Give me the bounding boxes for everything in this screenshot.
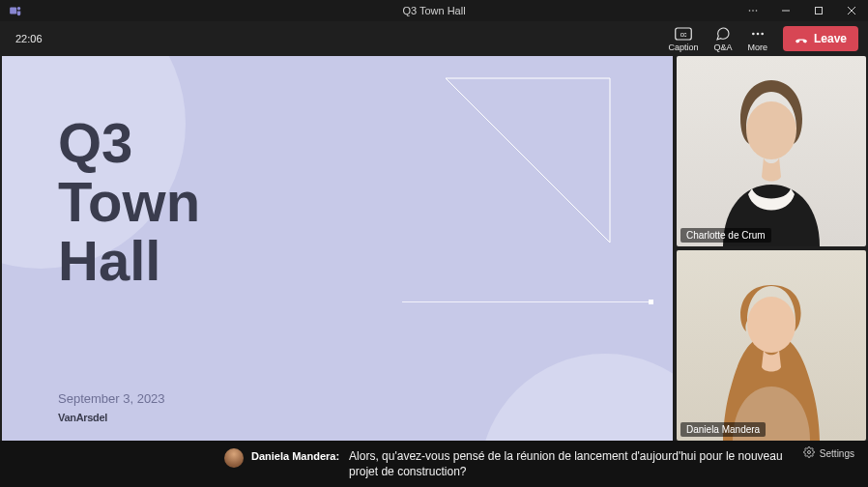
participant-name: Charlotte de Crum (680, 228, 771, 243)
svg-point-9 (756, 32, 759, 35)
slide-decor-square (649, 300, 653, 304)
qna-label: Q&A (713, 43, 732, 52)
participant-video-column: Charlotte de Crum Daniela Mandera (677, 56, 866, 441)
svg-point-1 (17, 7, 21, 10)
svg-rect-5 (816, 8, 823, 14)
slide-decor-triangle (441, 73, 615, 247)
minimize-icon[interactable] (769, 0, 802, 21)
participant-tile[interactable]: Daniela Mandera (677, 250, 866, 441)
window-controls (737, 0, 868, 21)
svg-point-3 (752, 10, 754, 12)
svg-point-11 (746, 101, 796, 159)
qna-button[interactable]: Q&A (713, 26, 732, 52)
close-icon[interactable] (835, 0, 868, 21)
slide-brand: VanArsdel (58, 412, 107, 423)
caption-speaker-avatar (224, 448, 244, 468)
chat-icon (715, 26, 731, 42)
hangup-icon (795, 32, 808, 45)
svg-point-8 (752, 32, 755, 35)
teams-app-icon (6, 1, 25, 20)
caption-text: Alors, qu'avez-vous pensé de la réunion … (349, 448, 813, 479)
avatar (689, 257, 854, 441)
meeting-toolbar: 22:06 cc Caption Q&A More Leave (0, 21, 868, 56)
shared-slide[interactable]: Q3 Town Hall September 3, 2023 VanArsdel (2, 56, 673, 441)
leave-button[interactable]: Leave (783, 26, 858, 51)
svg-point-2 (749, 10, 751, 12)
participant-name: Daniela Mandera (680, 422, 766, 437)
gear-icon (803, 446, 815, 460)
leave-label: Leave (814, 32, 847, 45)
titlebar: Q3 Town Hall (0, 0, 868, 21)
app-window: Q3 Town Hall 22:06 cc Caption Q&A (0, 0, 868, 487)
slide-heading: Q3 Town Hall (58, 114, 200, 291)
avatar (694, 72, 849, 246)
slide-decor-line (402, 301, 653, 302)
svg-point-12 (747, 297, 796, 353)
caption-button[interactable]: cc Caption (668, 26, 698, 52)
meeting-timer: 22:06 (15, 33, 43, 44)
maximize-icon[interactable] (802, 0, 835, 21)
svg-text:cc: cc (680, 31, 687, 38)
live-caption-bar: Daniela Mandera: Alors, qu'avez-vous pen… (0, 441, 868, 487)
caption-label: Caption (668, 43, 698, 52)
svg-point-10 (761, 32, 764, 35)
caption-icon: cc (675, 26, 692, 42)
more-icon (750, 26, 766, 42)
participant-tile[interactable]: Charlotte de Crum (677, 56, 866, 246)
caption-speaker-name: Daniela Mandera: (251, 450, 339, 462)
slide-decor-circle-small (479, 354, 673, 441)
svg-rect-0 (10, 8, 16, 14)
caption-settings-label: Settings (820, 448, 854, 459)
meeting-stage: Q3 Town Hall September 3, 2023 VanArsdel… (0, 56, 868, 441)
more-label: More (747, 43, 767, 52)
toolbar-more-icon[interactable] (737, 0, 769, 21)
window-title: Q3 Town Hall (402, 5, 465, 16)
more-button[interactable]: More (747, 26, 767, 52)
svg-point-13 (807, 451, 810, 454)
slide-date: September 3, 2023 (58, 391, 165, 406)
svg-point-4 (756, 10, 758, 12)
caption-settings-button[interactable]: Settings (803, 446, 854, 460)
